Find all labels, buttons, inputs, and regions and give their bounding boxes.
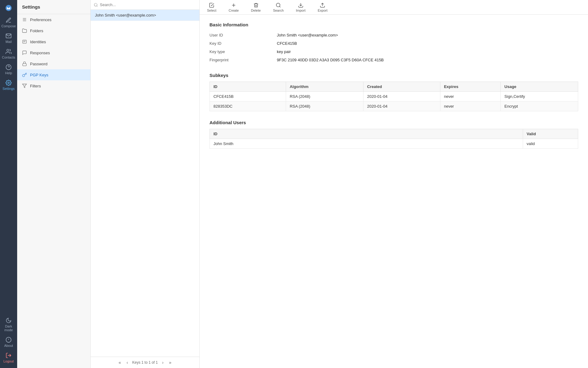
sidebar-item-settings[interactable]: Settings — [0, 77, 17, 93]
settings-menu-pgp-keys[interactable]: PGP Keys — [17, 69, 90, 80]
mail-label: Mail — [6, 40, 12, 44]
password-menu-label: Password — [30, 62, 47, 66]
key-list-search-bar — [91, 0, 199, 10]
filters-icon — [22, 83, 27, 88]
first-page-button[interactable]: « — [117, 359, 122, 366]
settings-menu-responses[interactable]: Responses — [17, 47, 90, 58]
toolbar: Select Create Delete Search Import Expor… — [200, 0, 588, 15]
subkeys-title: Subkeys — [209, 73, 578, 78]
subkey-created: 2020-01-04 — [363, 92, 440, 102]
svg-line-22 — [279, 6, 280, 7]
key-type-value: key pair — [277, 48, 578, 56]
app-logo — [0, 2, 17, 13]
sidebar-item-contacts[interactable]: Contacts — [0, 46, 17, 62]
pgp-icon — [22, 72, 27, 77]
subkey-id: CFCE415B — [210, 92, 286, 102]
basic-info-grid: User ID John Smith <user@example.com> Ke… — [209, 31, 578, 64]
settings-panel: Settings Preferences Folders Identities … — [17, 0, 91, 368]
folders-menu-label: Folders — [30, 29, 43, 33]
sidebar-item-darkmode[interactable]: Dark mode — [0, 315, 17, 334]
key-item-label: John Smith <user@example.com> — [95, 13, 156, 17]
settings-menu-preferences[interactable]: Preferences — [17, 14, 90, 25]
additional-col-id: ID — [210, 129, 523, 139]
delete-icon — [253, 2, 259, 8]
svg-point-1 — [7, 49, 9, 52]
about-label: About — [4, 344, 13, 347]
import-button[interactable]: Import — [293, 1, 308, 13]
sidebar-item-help[interactable]: Help — [0, 62, 17, 77]
logout-label: Logout — [3, 359, 14, 363]
sidebar-item-compose[interactable]: Compose — [0, 15, 17, 30]
export-icon — [320, 2, 325, 8]
svg-line-18 — [97, 6, 98, 6]
search-icon — [94, 3, 98, 7]
identities-menu-label: Identities — [30, 40, 46, 44]
delete-button[interactable]: Delete — [249, 1, 263, 13]
last-page-button[interactable]: » — [168, 359, 173, 366]
delete-label: Delete — [251, 9, 261, 12]
select-button[interactable]: Select — [205, 1, 219, 13]
user-id-value: John Smith <user@example.com> — [277, 31, 578, 39]
key-type-label: Key type — [209, 48, 277, 56]
key-id-label: Key ID — [209, 39, 277, 48]
subkey-algorithm: RSA (2048) — [286, 92, 363, 102]
settings-menu-password[interactable]: Password — [17, 58, 90, 69]
select-icon — [209, 2, 214, 8]
pagination-label: Keys 1 to 1 of 1 — [132, 360, 158, 365]
settings-menu-folders[interactable]: Folders — [17, 25, 90, 36]
svg-point-21 — [276, 3, 280, 7]
identities-icon — [22, 39, 27, 44]
preferences-icon — [22, 17, 27, 22]
export-button[interactable]: Export — [315, 1, 330, 13]
sidebar-item-logout[interactable]: Logout — [0, 350, 17, 366]
fingerprint-value: 9F3C 2109 40DD 03D2 A3A3 D095 C3F5 D60A … — [277, 56, 578, 64]
next-page-button[interactable]: › — [161, 359, 165, 366]
help-label: Help — [5, 71, 12, 75]
subkeys-col-algorithm: Algorithm — [286, 82, 363, 92]
import-label: Import — [296, 9, 305, 12]
user-id-label: User ID — [209, 31, 277, 39]
import-icon — [298, 2, 303, 8]
key-list-item[interactable]: John Smith <user@example.com> — [91, 10, 199, 21]
create-button[interactable]: Create — [226, 1, 241, 13]
contacts-label: Contacts — [2, 56, 15, 59]
search-button[interactable]: Search — [270, 1, 286, 13]
svg-point-0 — [6, 5, 12, 11]
filters-menu-label: Filters — [30, 84, 41, 88]
subkey-algorithm: RSA (2048) — [286, 102, 363, 111]
export-label: Export — [318, 9, 327, 12]
nav-sidebar: Compose Mail Contacts Help Settings Dark… — [0, 0, 17, 368]
key-list-panel: John Smith <user@example.com> « ‹ Keys 1… — [91, 0, 200, 368]
subkeys-col-expires: Expires — [440, 82, 500, 92]
create-label: Create — [229, 9, 239, 12]
sidebar-item-about[interactable]: About — [0, 334, 17, 350]
basic-info-title: Basic Information — [209, 22, 578, 27]
svg-marker-16 — [22, 84, 26, 88]
key-list-footer: « ‹ Keys 1 to 1 of 1 › » — [91, 357, 199, 368]
detail-area: Basic Information User ID John Smith <us… — [200, 15, 588, 368]
sidebar-item-mail[interactable]: Mail — [0, 30, 17, 46]
key-id-value: CFCE415B — [277, 39, 578, 48]
prev-page-button[interactable]: ‹ — [125, 359, 129, 366]
preferences-menu-label: Preferences — [30, 17, 51, 22]
password-icon — [22, 61, 27, 66]
table-row: John Smith valid — [210, 139, 578, 149]
darkmode-label: Dark mode — [1, 324, 16, 332]
select-label: Select — [207, 9, 217, 12]
subkey-expires: never — [440, 92, 500, 102]
responses-menu-label: Responses — [30, 51, 50, 55]
subkey-created: 2020-01-04 — [363, 102, 440, 111]
settings-label: Settings — [2, 87, 15, 90]
settings-menu-identities[interactable]: Identities — [17, 36, 90, 47]
table-row: CFCE415B RSA (2048) 2020-01-04 never Sig… — [210, 92, 578, 102]
subkey-expires: never — [440, 102, 500, 111]
toolbar-search-icon — [276, 2, 281, 8]
additional-users-table: ID Valid John Smith valid — [209, 129, 578, 149]
subkeys-col-id: ID — [210, 82, 286, 92]
subkey-usage: Sign,Certify — [501, 92, 578, 102]
responses-icon — [22, 50, 27, 55]
search-input[interactable] — [100, 2, 196, 7]
additional-users-title: Additional Users — [209, 120, 578, 125]
settings-menu-filters[interactable]: Filters — [17, 80, 90, 91]
additional-user-id: John Smith — [210, 139, 523, 149]
